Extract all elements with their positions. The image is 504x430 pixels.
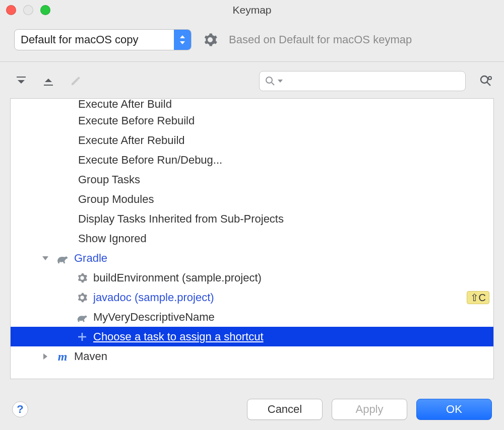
tree-item[interactable]: Display Tasks Inherited from Sub-Project… (11, 209, 493, 229)
tree-item[interactable]: Execute After Rebuild (11, 130, 493, 150)
help-button[interactable]: ? (12, 401, 28, 417)
based-on-label: Based on Default for macOS keymap (229, 33, 412, 46)
toolbar (0, 62, 504, 98)
close-window-button[interactable] (6, 5, 16, 15)
window-title: Keymap (232, 4, 271, 16)
collapse-all-button[interactable] (41, 74, 55, 88)
tree-item[interactable]: Show Ignored (11, 229, 493, 248)
keymap-select-label: Default for macOS copy (15, 30, 174, 50)
tree-tools (14, 74, 83, 88)
tree-item[interactable]: Execute Before Rebuild (11, 111, 493, 130)
tree-item[interactable]: Group Modules (11, 189, 493, 209)
plus-icon (76, 331, 88, 343)
edit-shortcut-button[interactable] (69, 74, 83, 88)
dialog-buttons: ? Cancel Apply OK (0, 393, 504, 430)
tree-group-label: Gradle (74, 253, 107, 264)
actions-tree[interactable]: Execute After Build Execute Before Rebui… (10, 98, 494, 379)
find-action-by-shortcut-button[interactable] (479, 74, 493, 88)
svg-point-5 (481, 76, 488, 83)
svg-line-4 (272, 83, 274, 85)
svg-rect-1 (44, 85, 53, 86)
ok-button[interactable]: OK (416, 399, 492, 420)
keymap-header: Default for macOS copy Based on Default … (0, 20, 504, 61)
tree-group-maven[interactable]: m Maven (11, 346, 493, 366)
zoom-window-button[interactable] (40, 5, 50, 15)
chevron-updown-icon (174, 30, 191, 50)
tree-item[interactable]: Execute After Build (11, 99, 493, 111)
apply-button[interactable]: Apply (332, 399, 407, 420)
tree-item[interactable]: Execute Before Run/Debug... (11, 150, 493, 170)
tree-item-choose-task[interactable]: Choose a task to assign a shortcut (11, 327, 493, 346)
keymap-select[interactable]: Default for macOS copy (14, 29, 192, 50)
shortcut-badge: ⇧C (467, 291, 489, 304)
tree-item-build-environment[interactable]: buildEnvironment (sample.project) (11, 268, 493, 288)
svg-line-6 (487, 82, 490, 86)
gradle-icon (76, 311, 88, 323)
expand-all-button[interactable] (14, 74, 28, 88)
search-input[interactable] (285, 76, 460, 87)
cancel-button[interactable]: Cancel (247, 399, 323, 420)
keymap-actions-button[interactable] (203, 32, 218, 47)
gear-icon (76, 292, 88, 304)
svg-point-7 (488, 77, 491, 80)
tree-group-label: Maven (74, 351, 107, 362)
tree-item-custom-task[interactable]: MyVeryDescriptiveName (11, 307, 493, 327)
svg-point-3 (266, 77, 272, 83)
tree-item-javadoc[interactable]: javadoc (sample.project) ⇧C (11, 288, 493, 307)
search-icon (265, 76, 276, 87)
search-dropdown-icon[interactable] (278, 77, 283, 86)
maven-icon: m (56, 351, 69, 362)
gear-icon (76, 272, 88, 284)
minimize-window-button[interactable] (23, 5, 33, 15)
title-bar: Keymap (0, 0, 504, 20)
chevron-right-icon (40, 353, 51, 360)
search-field[interactable] (259, 71, 466, 91)
tree-group-gradle[interactable]: Gradle (11, 248, 493, 268)
chevron-down-icon (40, 255, 51, 261)
tree-item[interactable]: Group Tasks (11, 170, 493, 189)
gradle-icon (56, 253, 69, 264)
svg-rect-0 (17, 77, 26, 78)
window-controls (6, 0, 50, 20)
